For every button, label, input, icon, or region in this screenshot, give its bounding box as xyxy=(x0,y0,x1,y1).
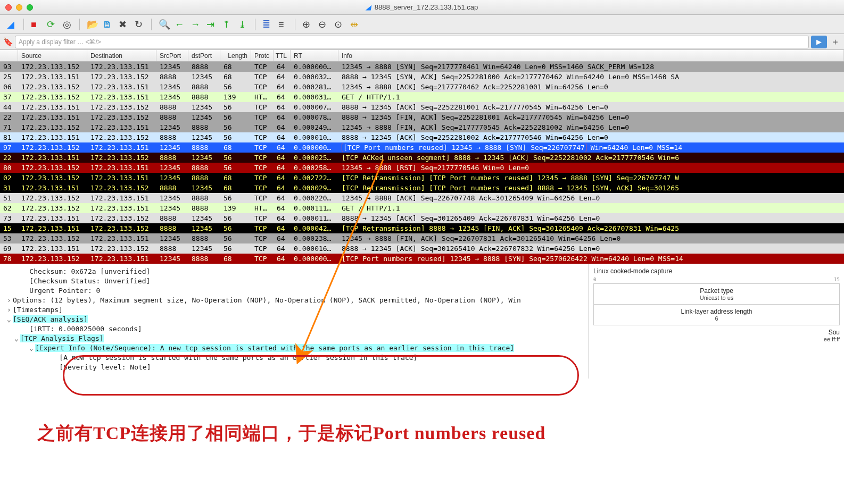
packet-row[interactable]: 71172.23.133.152172.23.133.1511234588885… xyxy=(0,122,844,132)
col-length[interactable]: Length xyxy=(220,50,251,61)
tree-line: [iRTT: 0.000025000 seconds] xyxy=(5,324,589,333)
packet-list-header[interactable]: Source Destination SrcPort dstPort Lengt… xyxy=(0,50,844,62)
tree-line[interactable]: ›[Timestamps] xyxy=(5,305,589,314)
tree-line: [Severity level: Note] xyxy=(5,362,589,372)
packet-row[interactable]: 22172.23.133.151172.23.133.1528888123455… xyxy=(0,112,844,122)
lower-panes: Checksum: 0x672a [unverified] [Checksum … xyxy=(0,264,844,379)
col-source[interactable]: Source xyxy=(18,50,87,61)
packet-row[interactable]: 80172.23.133.152172.23.133.1511234588885… xyxy=(0,163,844,173)
stop-capture-button[interactable]: ■ xyxy=(28,17,43,32)
zoom-reset-button[interactable]: ⊙ xyxy=(332,17,346,32)
zoom-in-button[interactable]: ⊕ xyxy=(300,17,315,32)
packet-row[interactable]: 81172.23.133.151172.23.133.1528888123455… xyxy=(0,132,844,142)
go-first-button[interactable]: ⤒ xyxy=(220,17,235,32)
packet-row[interactable]: 15172.23.133.151172.23.133.1528888123455… xyxy=(0,223,844,233)
add-filter-button[interactable]: ＋ xyxy=(829,36,841,48)
bookmark-icon[interactable]: 🔖 xyxy=(3,37,13,47)
separator xyxy=(23,19,24,30)
field-source-clip: Sou ee:ff:ff xyxy=(593,325,840,342)
packet-row[interactable]: 97172.23.133.152172.23.133.1511234588886… xyxy=(0,142,844,153)
separator xyxy=(255,19,255,30)
close-window-button[interactable] xyxy=(5,4,12,11)
col-info[interactable]: Info xyxy=(338,50,844,61)
open-file-button[interactable]: 📂 xyxy=(84,17,99,32)
tree-line: [A new tcp session is started with the s… xyxy=(5,352,589,362)
display-filter-input[interactable]: Apply a display filter … <⌘/> xyxy=(15,36,809,48)
col-srcport[interactable]: SrcPort xyxy=(156,50,188,61)
packet-row[interactable]: 51172.23.133.152172.23.133.1511234588885… xyxy=(0,193,844,203)
wireshark-logo-icon[interactable]: ◢ xyxy=(4,17,19,32)
close-file-button[interactable]: ✖ xyxy=(116,17,131,32)
col-protocol[interactable]: Protc xyxy=(251,50,274,61)
packet-row[interactable]: 22172.23.133.151172.23.133.1528888123455… xyxy=(0,153,844,163)
field-packet-type: Packet type Unicast to us xyxy=(593,283,840,305)
packet-row[interactable]: 73172.23.133.151172.23.133.1528888123455… xyxy=(0,213,844,223)
main-toolbar: ◢ ■ ⟳ ◎ 📂 🗎 ✖ ↻ 🔍 ← → ⇥ ⤒ ⤓ ≣ ≡ ⊕ ⊖ ⊙ ⇹ xyxy=(0,15,844,34)
go-forward-button[interactable]: → xyxy=(188,17,203,32)
resize-columns-button[interactable]: ⇹ xyxy=(347,17,362,32)
auto-scroll-button[interactable]: ≣ xyxy=(260,17,275,32)
expand-icon: › xyxy=(5,296,13,304)
capture-options-button[interactable]: ◎ xyxy=(60,17,75,32)
packet-row[interactable]: 06172.23.133.152172.23.133.1511234588885… xyxy=(0,82,844,92)
packet-row[interactable]: 02172.23.133.152172.23.133.1511234588886… xyxy=(0,173,844,183)
separator xyxy=(295,19,295,30)
minimize-window-button[interactable] xyxy=(16,4,22,11)
packet-row[interactable]: 93172.23.133.152172.23.133.1511234588886… xyxy=(0,62,844,72)
packet-row[interactable]: 44172.23.133.151172.23.133.1528888123455… xyxy=(0,102,844,112)
collapse-icon: ⌄ xyxy=(13,334,20,342)
go-to-packet-button[interactable]: ⇥ xyxy=(204,17,219,32)
tree-line[interactable]: ⌄[Expert Info (Note/Sequence): A new tcp… xyxy=(5,343,589,352)
col-destination[interactable]: Destination xyxy=(87,50,156,61)
find-packet-button[interactable]: 🔍 xyxy=(156,17,171,32)
col-rt[interactable]: RT xyxy=(291,50,338,61)
field-lladdr-len: Link-layer address length 6 xyxy=(593,304,840,325)
tree-line: Checksum: 0x672a [unverified] xyxy=(5,266,589,276)
packet-row[interactable]: 25172.23.133.151172.23.133.1528888123456… xyxy=(0,72,844,82)
annotation-text: 之前有TCP连接用了相同端口，于是标记Port numbers reused xyxy=(37,421,545,446)
wireshark-icon: ◢ xyxy=(365,3,372,11)
window-controls xyxy=(0,4,33,11)
restart-capture-button[interactable]: ⟳ xyxy=(44,17,59,32)
zoom-out-button[interactable]: ⊖ xyxy=(316,17,330,32)
go-back-button[interactable]: ← xyxy=(172,17,187,32)
packet-row[interactable]: 37172.23.133.152172.23.133.1511234588881… xyxy=(0,92,844,102)
maximize-window-button[interactable] xyxy=(27,4,33,11)
packet-row[interactable]: 31172.23.133.151172.23.133.1528888123456… xyxy=(0,183,844,193)
apply-filter-button[interactable]: ▶ xyxy=(811,36,827,48)
separator xyxy=(79,19,80,30)
titlebar: ◢ 8888_server_172.23.133.151.cap xyxy=(0,0,844,15)
collapse-icon: ⌄ xyxy=(28,344,35,352)
tree-line[interactable]: ›Options: (12 bytes), Maximum segment si… xyxy=(5,295,589,305)
packet-diagram-pane[interactable]: Linux cooked-mode capture 015 Packet typ… xyxy=(589,264,844,379)
window-title: 8888_server_172.23.133.151.cap xyxy=(375,3,478,11)
expand-icon: › xyxy=(5,306,13,314)
col-dstport[interactable]: dstPort xyxy=(188,50,220,61)
separator xyxy=(151,19,152,30)
col-no[interactable] xyxy=(0,50,18,61)
packet-details-tree[interactable]: Checksum: 0x672a [unverified] [Checksum … xyxy=(0,264,589,379)
tree-line: [Checksum Status: Unverified] xyxy=(5,276,589,285)
filter-bar: 🔖 Apply a display filter … <⌘/> ▶ ＋ xyxy=(0,34,844,50)
diagram-title: Linux cooked-mode capture xyxy=(593,267,840,275)
packet-row[interactable]: 62172.23.133.152172.23.133.1511234588881… xyxy=(0,203,844,213)
packet-list[interactable]: Source Destination SrcPort dstPort Lengt… xyxy=(0,50,844,264)
tree-line[interactable]: ⌄[SEQ/ACK analysis] xyxy=(5,314,589,324)
tree-line[interactable]: ⌄[TCP Analysis Flags] xyxy=(5,333,589,343)
packet-row[interactable]: 53172.23.133.152172.23.133.1511234588885… xyxy=(0,233,844,243)
tree-line: Urgent Pointer: 0 xyxy=(5,285,589,295)
reload-file-button[interactable]: ↻ xyxy=(132,17,147,32)
packet-row[interactable]: 78172.23.133.152172.23.133.1511234588886… xyxy=(0,254,844,264)
collapse-icon: ⌄ xyxy=(5,315,13,323)
filter-placeholder: Apply a display filter … <⌘/> xyxy=(19,38,101,46)
packet-row[interactable]: 69172.23.133.151172.23.133.1528888123455… xyxy=(0,243,844,254)
go-last-button[interactable]: ⤓ xyxy=(236,17,251,32)
col-ttl[interactable]: TTL xyxy=(274,50,291,61)
colorize-button[interactable]: ≡ xyxy=(276,17,291,32)
save-file-button[interactable]: 🗎 xyxy=(100,17,115,32)
